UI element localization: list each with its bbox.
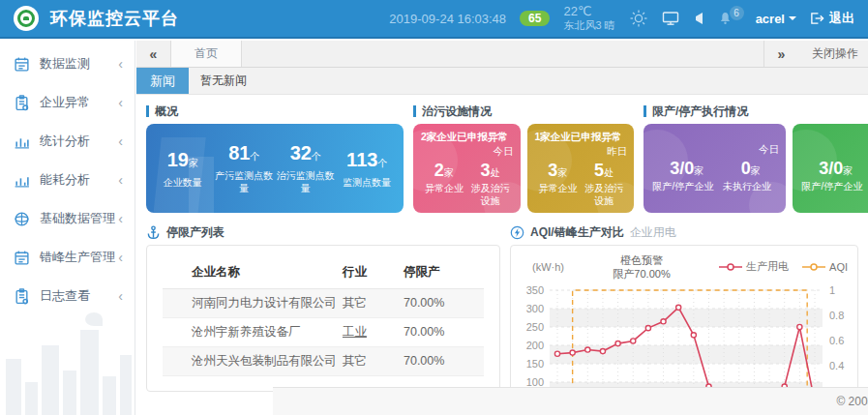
chevron-left-icon: ‹ (118, 288, 123, 304)
table-row[interactable]: 河南同力电力设计有限公司 其它 70.00% (163, 288, 484, 317)
chevron-left-icon: ‹ (118, 211, 123, 226)
treatment-today-card: 2家企业已申报异常 今日 2家 3处 异常企业 涉及治污设施 (413, 124, 521, 213)
user-menu-button[interactable]: acrel (756, 12, 796, 26)
column-header-percent: 停限产 (404, 257, 484, 288)
lightning-circle-icon (510, 225, 524, 240)
weather-display: 22℃ 东北风3 晴 (563, 4, 614, 33)
calendar-icon (14, 56, 30, 73)
close-operations-menu[interactable]: 关闭操作 (798, 41, 868, 67)
warning-annotation: 橙色预警限产70.00% (564, 253, 719, 282)
section-accent-bar (146, 105, 149, 117)
sidebar-item-label: 数据监测 (40, 55, 118, 73)
sidebar-item-label: 能耗分析 (40, 171, 118, 189)
stop-list-table: 企业名称 行业 停限产 河南同力电力设计有限公司 其它 70.00% (163, 257, 484, 376)
sidebar-item-data-monitor[interactable]: 数据监测 ‹ (0, 44, 135, 83)
legend-item-aqi[interactable]: AQI (802, 259, 848, 274)
news-ticker: 新闻 暂无新闻 (136, 68, 868, 95)
restriction-section-title: 限产/停产执行情况 (652, 104, 748, 120)
sidebar-item-enterprise-anomaly[interactable]: 企业异常 ‹ (0, 83, 135, 122)
tab-strip-spacer (242, 41, 763, 67)
column-header-name: 企业名称 (163, 257, 343, 288)
copyright-text: © 2003 - 2019 v1.1.0 永久有效 (836, 394, 868, 410)
notification-count-badge: 6 (730, 6, 744, 20)
aqi-chart-card: (kW·h) 橙色预警限产70.00% 生产用电 (510, 245, 858, 392)
log-clipboard-icon (14, 288, 30, 305)
bar-chart-icon (14, 172, 30, 189)
sidebar-item-logs[interactable]: 日志查看 ‹ (0, 277, 135, 315)
top-header: 环保监控云平台 2019-09-24 16:03:48 65 22℃ 东北风3 … (0, 0, 868, 39)
svg-text:250: 250 (526, 321, 544, 333)
table-row[interactable]: 沧州天兴包装制品有限公司 其它 70.00% (163, 346, 484, 375)
section-accent-bar (644, 105, 646, 117)
svg-text:150: 150 (526, 358, 544, 370)
column-header-industry: 行业 (343, 257, 404, 288)
aqi-chart-canvas: 35030025020015010010.80.60.40.2 (511, 282, 858, 391)
clipboard-gear-icon (14, 95, 30, 111)
overview-section-title: 概况 (155, 104, 178, 120)
logout-icon (810, 12, 824, 25)
app-title: 环保监控云平台 (50, 7, 179, 30)
scroll-tabs-right-button[interactable]: » (763, 41, 798, 67)
city-skyline-watermark (0, 299, 135, 415)
logout-button[interactable]: 退出 (810, 10, 854, 27)
main-area: « 首页 » 关闭操作 新闻 暂无新闻 概况 19家 (136, 41, 868, 415)
monitor-icon[interactable] (662, 11, 679, 26)
svg-text:300: 300 (526, 303, 544, 314)
treatment-section-title: 治污设施情况 (422, 104, 492, 120)
logout-label: 退出 (829, 10, 854, 27)
notifications-button[interactable]: 6 (718, 11, 733, 26)
chevron-left-icon: ‹ (118, 250, 123, 265)
news-label: 新闻 (136, 68, 189, 94)
sidebar-item-label: 错峰生产管理 (40, 249, 118, 266)
restriction-today-card: 今日 3/0家 0家 限产/停产企业 未执行企业 (644, 124, 786, 213)
chevron-left-icon: ‹ (118, 133, 123, 149)
sidebar-item-label: 基础数据管理 (40, 210, 118, 227)
footer: © 2003 - 2019 v1.1.0 永久有效 (273, 387, 868, 415)
tab-home[interactable]: 首页 (171, 41, 242, 67)
table-row[interactable]: 沧州宇新养殖设备厂 工业 70.00% (163, 317, 484, 346)
temperature-label: 22℃ (563, 4, 591, 18)
aqi-badge: 65 (520, 11, 550, 26)
svg-text:0.8: 0.8 (829, 310, 844, 321)
globe-icon (14, 211, 30, 227)
app-window: 环保监控云平台 2019-09-24 16:03:48 65 22℃ 东北风3 … (0, 0, 868, 415)
datetime-display: 2019-09-24 16:03:48 (389, 12, 506, 26)
svg-text:350: 350 (526, 284, 544, 296)
stat-pollution-points: 81个 产污监测点数量 (214, 142, 274, 194)
treatment-yesterday-card: 1家企业已申报异常 昨日 3家 5处 异常企业 涉及治污设施 (527, 124, 635, 213)
enterprise-power-link[interactable]: 企业用电 (630, 224, 676, 241)
section-accent-bar (413, 105, 416, 117)
dashboard-content: 概况 19家 企业数量 81个 产污监测点数量 32个 (136, 95, 868, 415)
legend-item-power[interactable]: 生产用电 (719, 259, 789, 274)
stat-monitor-points: 113个 监测点数量 (337, 149, 397, 189)
chevron-left-icon: ‹ (118, 56, 123, 72)
sidebar-item-statistics[interactable]: 统计分析 ‹ (0, 122, 135, 161)
scroll-tabs-left-button[interactable]: « (136, 41, 171, 67)
bar-chart-icon (14, 133, 30, 150)
sidebar: 数据监测 ‹ 企业异常 ‹ 统计分析 ‹ 能耗分析 ‹ 基础数据管理 ‹ (0, 41, 135, 415)
sidebar-item-label: 企业异常 (40, 94, 118, 111)
stop-list-card: 企业名称 行业 停限产 河南同力电力设计有限公司 其它 70.00% (146, 245, 500, 392)
chevron-left-icon: ‹ (118, 95, 123, 110)
stat-treatment-points: 32个 治污监测点数量 (276, 142, 336, 194)
sidebar-item-energy[interactable]: 能耗分析 ‹ (0, 161, 135, 199)
sidebar-item-label: 统计分析 (40, 133, 118, 150)
tab-bar: « 首页 » 关闭操作 (136, 41, 868, 68)
svg-text:0.6: 0.6 (829, 335, 844, 346)
speaker-icon[interactable] (693, 12, 704, 25)
sidebar-item-peak-production[interactable]: 错峰生产管理 ‹ (0, 238, 135, 277)
svg-text:0.4: 0.4 (829, 360, 844, 371)
sun-icon (629, 9, 648, 28)
sidebar-item-base-data[interactable]: 基础数据管理 ‹ (0, 199, 135, 238)
legend-marker-icon (802, 262, 825, 272)
stop-list-title: 停限产列表 (166, 224, 224, 241)
chevron-left-icon: ‹ (118, 172, 123, 188)
chart-legend: 生产用电 AQI (719, 259, 848, 274)
industry-link[interactable]: 工业 (343, 325, 367, 339)
restriction-yesterday-card: 昨日 3/0家 0家 限产/停产企业 未执行企业 (793, 124, 868, 213)
sidebar-item-label: 日志查看 (40, 287, 118, 305)
calendar-icon (14, 250, 30, 266)
svg-text:1: 1 (829, 284, 835, 296)
legend-marker-icon (719, 262, 742, 272)
app-logo-icon (14, 6, 39, 31)
